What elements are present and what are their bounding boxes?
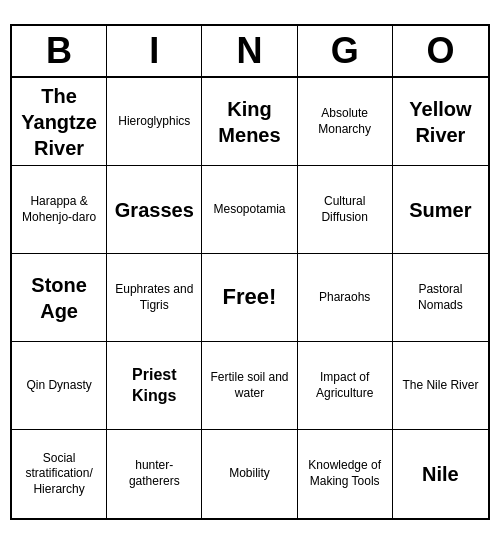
bingo-cell-9: Sumer [393,166,488,254]
bingo-cell-1: Hieroglyphics [107,78,202,166]
bingo-cell-18: Impact of Agriculture [298,342,393,430]
bingo-cell-12: Free! [202,254,297,342]
bingo-cell-3: Absolute Monarchy [298,78,393,166]
bingo-cell-13: Pharaohs [298,254,393,342]
bingo-cell-8: Cultural Diffusion [298,166,393,254]
bingo-cell-0: The Yangtze River [12,78,107,166]
header-letter-n: N [202,26,297,76]
bingo-cell-15: Qin Dynasty [12,342,107,430]
bingo-cell-21: hunter-gatherers [107,430,202,518]
header-letter-o: O [393,26,488,76]
bingo-cell-6: Grasses [107,166,202,254]
bingo-cell-10: Stone Age [12,254,107,342]
bingo-cell-24: Nile [393,430,488,518]
header-letter-b: B [12,26,107,76]
bingo-cell-19: The Nile River [393,342,488,430]
bingo-grid: The Yangtze RiverHieroglyphicsKing Menes… [12,78,488,518]
bingo-cell-17: Fertile soil and water [202,342,297,430]
bingo-cell-5: Harappa & Mohenjo-daro [12,166,107,254]
bingo-cell-20: Social stratification/ Hierarchy [12,430,107,518]
bingo-cell-2: King Menes [202,78,297,166]
bingo-cell-16: Priest Kings [107,342,202,430]
bingo-cell-23: Knowledge of Making Tools [298,430,393,518]
bingo-cell-11: Euphrates and Tigris [107,254,202,342]
header-letter-i: I [107,26,202,76]
bingo-cell-7: Mesopotamia [202,166,297,254]
bingo-cell-22: Mobility [202,430,297,518]
bingo-cell-4: Yellow River [393,78,488,166]
bingo-header: BINGO [12,26,488,78]
bingo-card: BINGO The Yangtze RiverHieroglyphicsKing… [10,24,490,520]
bingo-cell-14: Pastoral Nomads [393,254,488,342]
header-letter-g: G [298,26,393,76]
